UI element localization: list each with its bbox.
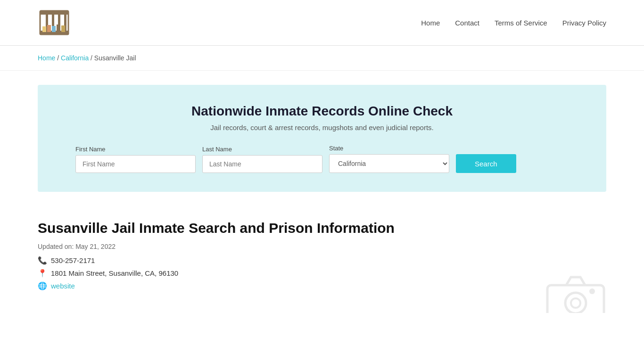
state-group: State California Alabama Alaska Arizona … [329, 145, 449, 173]
phone-line: 📞 530-257-2171 [38, 256, 606, 265]
nav-home[interactable]: Home [421, 19, 440, 27]
last-name-group: Last Name [202, 146, 322, 173]
phone-icon: 📞 [38, 256, 47, 265]
updated-date: Updated on: May 21, 2022 [38, 243, 606, 250]
main-nav: Home Contact Terms of Service Privacy Po… [421, 19, 606, 27]
first-name-input[interactable] [75, 155, 196, 173]
svg-rect-7 [42, 26, 46, 32]
banner-subtitle: Jail records, court & arrest records, mu… [75, 123, 569, 132]
banner-title: Nationwide Inmate Records Online Check [75, 104, 569, 119]
state-label: State [329, 145, 449, 152]
location-icon: 📍 [38, 269, 47, 278]
nav-terms[interactable]: Terms of Service [495, 19, 547, 27]
svg-point-13 [565, 293, 586, 313]
svg-rect-8 [47, 25, 51, 32]
state-select[interactable]: California Alabama Alaska Arizona Texas … [329, 154, 449, 173]
search-banner: Nationwide Inmate Records Online Check J… [38, 85, 606, 192]
website-link[interactable]: website [51, 282, 75, 290]
breadcrumb: Home / California / Susanville Jail [0, 46, 644, 71]
page-title: Susanville Jail Inmate Search and Prison… [38, 220, 606, 236]
first-name-label: First Name [75, 146, 196, 153]
search-form: First Name Last Name State California Al… [75, 145, 569, 173]
svg-rect-10 [57, 25, 60, 32]
svg-rect-1 [40, 11, 68, 15]
last-name-input[interactable] [202, 155, 322, 173]
website-line: 🌐 website [38, 281, 606, 290]
site-logo[interactable] [38, 8, 71, 37]
svg-point-15 [589, 288, 595, 294]
nav-privacy[interactable]: Privacy Policy [562, 19, 606, 27]
first-name-group: First Name [75, 146, 196, 173]
search-button[interactable]: Search [456, 154, 516, 173]
breadcrumb-home[interactable]: Home [38, 54, 55, 62]
breadcrumb-current: Susanville Jail [94, 54, 136, 62]
last-name-label: Last Name [202, 146, 322, 153]
site-header: Home Contact Terms of Service Privacy Po… [0, 0, 644, 46]
svg-point-14 [571, 298, 580, 308]
phone-number: 530-257-2171 [51, 256, 95, 264]
address-text: 1801 Main Street, Susanville, CA, 96130 [51, 269, 178, 277]
globe-icon: 🌐 [38, 281, 47, 290]
nav-contact[interactable]: Contact [455, 19, 479, 27]
svg-rect-9 [52, 26, 56, 32]
breadcrumb-state[interactable]: California [61, 54, 89, 62]
address-line: 📍 1801 Main Street, Susanville, CA, 9613… [38, 269, 606, 278]
svg-rect-11 [61, 25, 65, 32]
camera-placeholder [545, 273, 606, 313]
